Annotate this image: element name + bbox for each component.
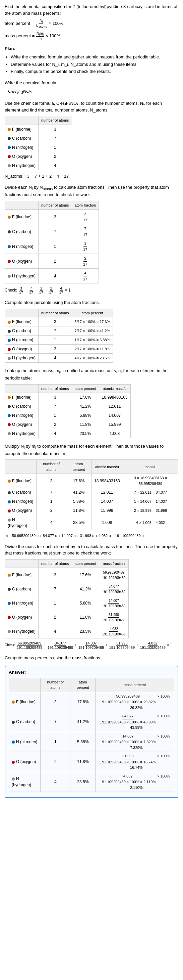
col-atom-percent: atom percent [72,309,113,317]
answer-box: Answer: number of atoms atom percent mas… [5,666,178,798]
num-atoms-cell: 1 [39,336,72,345]
col-element [5,384,39,393]
atom-pct-cell: 17.6% [72,393,99,402]
col-atomic-mass: atomic mass/u [99,384,130,393]
col-element [5,460,36,474]
element-cell: C (carbon) [5,326,39,336]
num-atoms-cell: 3 [39,210,72,224]
col-mass-fraction: mass fraction [99,559,129,568]
atomic-mass-cell: 1.008 [91,515,123,530]
mass-pct-cell: 4.032 191.109209489 × 100% = 2.110% × 10… [96,772,174,792]
element-name: N (nitrogen) [12,337,33,342]
element-name: F (fluorine) [12,215,32,219]
atom-pct-cell: 11.8% [72,420,99,429]
compute-mass-percent-section: Compute mass percents using the mass fra… [5,655,178,661]
num-atoms-cell: 3 [39,125,72,134]
atom-percent-cell: 2/17 × 100% = 11.8% [72,345,113,354]
atom-pct-cell: 41.2% [72,402,99,411]
plan-item-1: Write the chemical formula and gather at… [11,54,178,60]
table-row: O (oxygen) 2 11.8% 15.999 2 × 15.999 = 3… [5,506,178,515]
element-name: F (fluorine) [12,479,32,483]
table-row: H (hydrogen) 4 23.5% 4.032 191.109209489… [9,772,174,792]
element-name: H (hydrogen) [12,776,31,787]
element-cell: C (carbon) [9,712,41,732]
element-cell: N (nitrogen) [9,732,41,752]
table-row: O (oxygen) 2 11.8% 15.999 [5,420,131,429]
num-atoms-cell: 4 [41,772,70,792]
table-row: C (carbon) 7 [5,134,72,143]
mass-fraction-intro: Divide the mass for each element by m to… [5,543,178,557]
element-cell: H (hydrogen) [5,269,39,283]
element-name: H (hydrogen) [12,431,36,436]
element-cell: H (hydrogen) [5,515,36,530]
num-atoms-cell: 4 [39,354,72,363]
element-cell: C (carbon) [5,224,39,239]
mass-calc-section: Multiply Ni by mi to compute the mass fo… [5,443,178,539]
atom-pct-cell: 11.8% [72,610,99,624]
element-cell: F (fluorine) [5,568,39,582]
element-name: O (oxygen) [12,259,32,264]
atom-pct-cell: 23.5% [72,429,99,438]
element-name: O (oxygen) [12,615,32,620]
table-row: C (carbon) 7 41.2% 12.011 [5,402,131,411]
element-name: N (nitrogen) [16,740,37,744]
col-atom-fraction: atom fraction [72,201,99,210]
element-name: H (hydrogen) [12,356,36,360]
atomic-mass-cell: 14.007 [99,411,130,420]
num-atoms-cell: 1 [39,596,72,610]
atom-percent-table: number of atoms atom percent F (fluorine… [5,309,113,363]
table-row: H (hydrogen) 4 4 17 [5,269,99,283]
num-atoms-cell: 7 [39,402,72,411]
atom-fraction-cell: 3 17 [72,210,99,224]
element-name: F (fluorine) [12,573,32,578]
col-element [5,116,39,125]
atom-fraction-section: Divide each Ni by Natoms to calculate at… [5,184,178,294]
table-row: C (carbon) 7 41.2% 84.077 191.109209489 … [9,712,174,732]
element-cell: H (hydrogen) [5,161,39,170]
table-row: H (hydrogen) 4 [5,161,72,170]
element-name: N (nitrogen) [12,413,33,418]
col-element [9,678,41,692]
element-name: C (carbon) [12,587,31,592]
element-name: C (carbon) [12,229,31,234]
element-name: H (hydrogen) [8,517,27,528]
natoms-eq: N_atoms = 3 + 7 + 1 + 2 + 4 = 17 [5,173,178,180]
atom-percent-formula: atom percent = NiNatoms × 100% [5,19,178,29]
table-row: F (fluorine) 3 [5,125,72,134]
mass-percent-formula: mass percent = Nimim × 100% [5,31,178,41]
element-name: H (hydrogen) [12,629,36,634]
atom-pct-cell: 17.6% [70,692,96,712]
element-cell: N (nitrogen) [5,596,39,610]
atomic-mass-intro: Look up the atomic mass, mi, in unified … [5,368,178,381]
mass-calc-cell: 1 × 14.007 = 14.007 [123,497,178,506]
col-atom-percent: atom percent [72,559,99,568]
atom-pct-cell: 17.6% [72,568,99,582]
element-name: C (carbon) [12,404,31,409]
element-name: O (oxygen) [12,347,32,351]
atom-percent-section: Compute atom percents using the atom fra… [5,299,178,363]
num-atoms-cell: 1 [41,732,70,752]
atomic-mass-cell: 15.999 [99,420,130,429]
num-atoms-cell: 2 [39,610,72,624]
num-atoms-cell: 7 [41,712,70,732]
element-name: C (carbon) [12,490,31,495]
atomic-mass-cell: 18.998403163 [91,474,123,488]
element-name: N (nitrogen) [12,499,33,504]
col-atom-percent: atom percent [72,384,99,393]
element-cell: O (oxygen) [5,254,39,269]
col-num-atoms: number of atoms [39,116,72,125]
element-name: C (carbon) [16,719,35,724]
atom-count-table: number of atoms F (fluorine) 3 C (carbon… [5,116,72,170]
table-row: N (nitrogen) 1 [5,143,72,152]
table-row: F (fluorine) 3 17.6% 56.995209489 191.10… [9,692,174,712]
num-atoms-cell: 7 [39,582,72,596]
mass-calc-cell: 4 × 1.008 = 4.032 [123,515,178,530]
element-cell: N (nitrogen) [5,239,39,254]
element-cell: F (fluorine) [5,210,39,224]
table-row: O (oxygen) 2 [5,152,72,161]
table-row: O (oxygen) 2 2/17 × 100% = 11.8% [5,345,113,354]
atom-pct-cell: 5.88% [70,732,96,752]
atomic-mass-cell: 1.008 [99,429,130,438]
page-title: Find the elemental composition for 2-(tr… [5,3,178,16]
plan-item-2: Determine values for N_i, m_i, N_atoms a… [11,61,178,68]
